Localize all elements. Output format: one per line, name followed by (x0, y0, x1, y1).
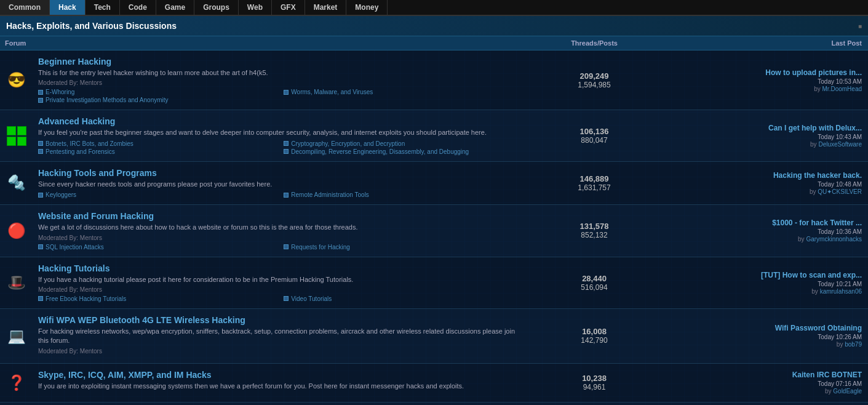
lastpost-user[interactable]: DeluxeSoftware (818, 141, 862, 148)
nav-item-game[interactable]: Game (156, 0, 194, 15)
page-title: Hacks, Exploits, and Various Discussions (6, 21, 177, 31)
forum-cell: Wifi WPA WEP Bluetooth 4G LTE Wireless H… (33, 308, 528, 363)
subforum-link[interactable]: E-Whoring (38, 89, 277, 95)
threads-cell: 106,136 880,047 (528, 110, 661, 161)
subforum-link[interactable]: Botnets, IRC Bots, and Zombies (38, 140, 277, 147)
lastpost-title[interactable]: Wifi Password Obtaining (666, 324, 862, 332)
subforum-link[interactable]: Video Tutorials (284, 295, 523, 302)
forum-title[interactable]: Website and Forum Hacking (38, 211, 524, 221)
nav-item-money[interactable]: Money (346, 0, 388, 15)
forum-title[interactable]: Wifi WPA WEP Bluetooth 4G LTE Wireless H… (38, 315, 524, 325)
forum-desc: We get a lot of discussions here about h… (38, 223, 524, 232)
sub-dot (38, 90, 43, 95)
lastpost-user[interactable]: GoldEagle (833, 388, 862, 395)
lastpost-cell: $1000 - for hack Twitter ... Today 10:36… (660, 205, 868, 257)
table-row: 📱 Embedded Systems, Electronics, Gadgets… (0, 402, 868, 405)
lastpost-by: by QU✦CKSILVER (666, 188, 862, 195)
subforum-link[interactable]: Decompiling, Reverse Engineering, Disass… (284, 148, 523, 155)
posts-count: 1,631,757 (533, 183, 656, 192)
forum-title[interactable]: Advanced Hacking (38, 116, 524, 126)
subforum-link[interactable]: Keyloggers (38, 191, 277, 198)
nav-item-gfx[interactable]: GFX (272, 0, 305, 15)
posts-count: 142,790 (533, 336, 656, 345)
subforum-link[interactable]: Private Investigation Methods and Anonym… (38, 97, 277, 103)
forum-desc: Since every hacker needs tools and progr… (38, 180, 524, 189)
forum-icon (4, 123, 30, 149)
table-row: 😎 Beginner Hacking This is for the entry… (0, 50, 868, 110)
posts-count: 1,594,985 (533, 81, 656, 89)
forum-icon-cell: 😎 (0, 50, 33, 110)
lastpost-user[interactable]: Garymckinnonhacks (806, 236, 862, 243)
lastpost-time: Today 10:21 AM (666, 281, 862, 287)
forum-cell: Hacking Tools and Programs Since every h… (33, 161, 528, 204)
subforum-link[interactable]: Free Ebook Hacking Tutorials (38, 295, 277, 302)
table-row: ❓ Skype, IRC, ICQ, AIM, XMPP, and IM Hac… (0, 363, 868, 402)
sub-dot (38, 193, 43, 198)
threads-cell: 131,578 852,132 (528, 205, 661, 257)
moderated-by: Moderated By: Mentors (38, 348, 524, 355)
forum-icon-cell: 🎩 (0, 257, 33, 308)
forum-icon: ❓ (4, 370, 30, 396)
forum-title[interactable]: Hacking Tutorials (38, 263, 524, 273)
forum-title[interactable]: Hacking Tools and Programs (38, 168, 524, 178)
subforum-link[interactable]: SQL Injection Attacks (38, 244, 277, 251)
lastpost-time: Today 07:16 AM (666, 380, 862, 387)
threads-cell: 146,889 1,631,757 (528, 161, 661, 204)
lastpost-time: Today 10:36 AM (666, 228, 862, 235)
moderated-by: Moderated By: Mentors (38, 79, 524, 86)
forum-desc: If you have a hacking tutorial please po… (38, 275, 524, 284)
forum-icon-cell: 💻 (0, 308, 33, 363)
subforum-link[interactable]: Worms, Malware, and Viruses (284, 89, 523, 95)
forum-icon-cell: 🔴 (0, 205, 33, 257)
threads-cell: 3,901 38,847 (528, 402, 661, 405)
lastpost-user[interactable]: kamrulahsan06 (820, 288, 862, 295)
threads-count: 131,578 (533, 222, 656, 231)
col-threads-header: Threads/Posts (528, 36, 661, 50)
forum-cell: Skype, IRC, ICQ, AIM, XMPP, and IM Hacks… (33, 363, 528, 402)
forum-cell: Website and Forum Hacking We get a lot o… (33, 205, 528, 257)
col-forum-header: Forum (0, 36, 528, 50)
lastpost-title[interactable]: $1000 - for hack Twitter ... (666, 219, 862, 227)
nav-item-web[interactable]: Web (239, 0, 272, 15)
lastpost-user[interactable]: QU✦CKSILVER (818, 188, 862, 195)
forum-cell: Beginner Hacking This is for the entry l… (33, 50, 528, 110)
forum-icon: 🎩 (4, 270, 30, 295)
subforum-link[interactable]: Remote Administration Tools (284, 191, 523, 198)
nav-item-hack[interactable]: Hack (50, 0, 86, 15)
lastpost-time: Today 10:26 AM (666, 334, 862, 340)
table-row: 🎩 Hacking Tutorials If you have a hackin… (0, 257, 868, 308)
lastpost-title[interactable]: Kaiten IRC BOTNET (666, 371, 862, 379)
forum-icon: 💻 (4, 323, 30, 349)
forum-title[interactable]: Beginner Hacking (38, 57, 524, 66)
threads-count: 146,889 (533, 174, 656, 183)
posts-count: 880,047 (533, 136, 656, 145)
threads-count: 10,238 (533, 374, 656, 383)
table-row: 💻 Wifi WPA WEP Bluetooth 4G LTE Wireless… (0, 308, 868, 363)
forum-cell: Advanced Hacking If you feel you're past… (33, 110, 528, 161)
lastpost-time: Today 10:53 AM (666, 78, 862, 85)
lastpost-user[interactable]: Mr.DoomHead (822, 86, 862, 92)
nav-item-market[interactable]: Market (305, 0, 347, 15)
lastpost-title[interactable]: [TUT] How to scan and exp... (666, 271, 862, 279)
lastpost-title[interactable]: Can I get help with Delux... (666, 124, 862, 132)
sub-dot (284, 90, 289, 95)
posts-count: 94,961 (533, 383, 656, 391)
lastpost-by: by kamrulahsan06 (666, 288, 862, 295)
forum-desc: If you are into exploiting instant messa… (38, 382, 524, 391)
lastpost-title[interactable]: How to upload pictures in... (666, 68, 862, 77)
nav-item-code[interactable]: Code (120, 0, 156, 15)
lastpost-cell: Kaiten IRC BOTNET Today 07:16 AM by Gold… (660, 363, 868, 402)
forum-icon: 🔴 (4, 218, 30, 244)
forum-title[interactable]: Skype, IRC, ICQ, AIM, XMPP, and IM Hacks (38, 370, 524, 380)
forum-cell: Hacking Tutorials If you have a hacking … (33, 257, 528, 308)
nav-item-groups[interactable]: Groups (194, 0, 239, 15)
nav-item-common[interactable]: Common (0, 0, 50, 15)
subforum-link[interactable]: Requests for Hacking (284, 244, 523, 251)
nav-item-tech[interactable]: Tech (86, 0, 120, 15)
lastpost-user[interactable]: bob79 (845, 341, 862, 348)
subforum-link[interactable]: Pentesting and Forensics (38, 148, 277, 155)
lastpost-title[interactable]: Hacking the hacker back. (666, 171, 862, 180)
subforum-link[interactable]: Cryptography, Encryption, and Decryption (284, 140, 523, 147)
moderated-by: Moderated By: Mentors (38, 286, 524, 293)
posts-count: 852,132 (533, 231, 656, 239)
